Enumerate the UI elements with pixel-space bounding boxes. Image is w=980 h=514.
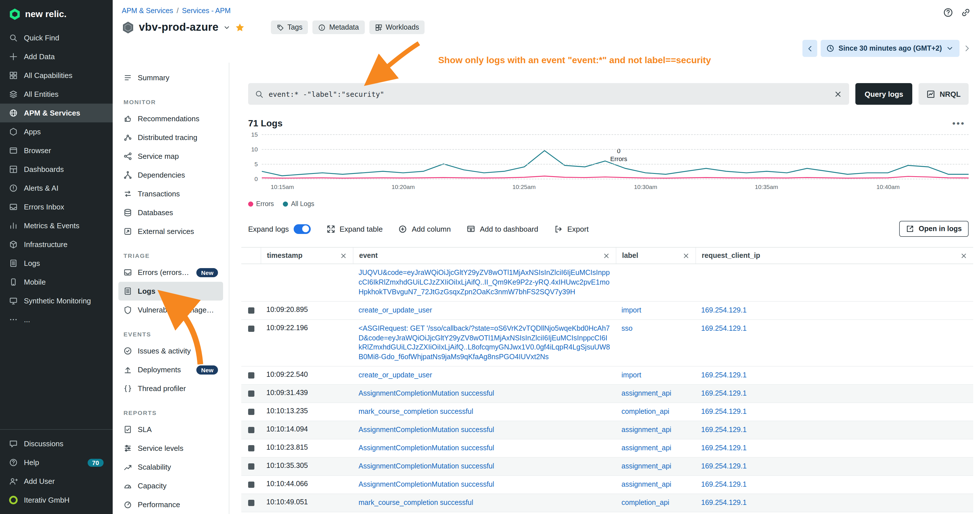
request-client-ip-link[interactable]: 169.254.129.1 <box>701 443 747 453</box>
label-link[interactable]: sso <box>622 324 633 333</box>
label-link[interactable]: completion_api <box>622 407 669 417</box>
entity-nav-item-summary[interactable]: Summary <box>118 68 223 87</box>
table-row[interactable]: 10:09:22.196<ASGIRequest: GET '/sso/call… <box>241 320 973 367</box>
event-link[interactable]: AssignmentCompletionMutation successful <box>358 443 494 453</box>
event-link[interactable]: AssignmentCompletionMutation successful <box>358 461 494 471</box>
table-row[interactable]: 10:09:22.540create_or_update_userimport1… <box>241 367 973 385</box>
request-client-ip-link[interactable]: 169.254.129.1 <box>701 371 747 380</box>
row-checkbox[interactable] <box>248 372 255 379</box>
query-logs-button[interactable]: Query logs <box>855 83 912 105</box>
entity-nav-item-external-services[interactable]: External services <box>118 222 223 241</box>
label-link[interactable]: import <box>622 306 641 315</box>
new-relic-logo[interactable]: new relic. <box>0 0 113 29</box>
request-client-ip-link[interactable]: 169.254.129.1 <box>701 461 747 471</box>
row-checkbox[interactable] <box>248 500 255 506</box>
expand-table-button[interactable]: Expand table <box>326 224 383 233</box>
sidebar-footer-item-iterativ-gmbh[interactable]: Iterativ GmbH <box>0 491 113 509</box>
permalink-icon[interactable] <box>961 7 971 18</box>
open-in-logs-button[interactable]: Open in logs <box>899 221 969 237</box>
event-link[interactable]: <ASGIRequest: GET '/sso/callback/?state=… <box>358 324 610 362</box>
add-column-button[interactable]: Add column <box>399 224 451 233</box>
help-circle-icon[interactable] <box>943 7 953 18</box>
entity-nav-item-issues-activity[interactable]: Issues & activity <box>118 342 223 360</box>
request-client-ip-link[interactable]: 169.254.129.1 <box>701 306 747 315</box>
row-checkbox[interactable] <box>248 409 255 415</box>
sidebar-item-alerts-ai[interactable]: Alerts & AI <box>0 179 113 197</box>
time-back-button[interactable] <box>803 40 818 57</box>
entity-nav-item-errors-errors-inb[interactable]: Errors (errors inb...New <box>118 263 223 282</box>
entity-nav-item-databases[interactable]: Databases <box>118 203 223 222</box>
entity-nav-item-deployments[interactable]: DeploymentsNew <box>118 360 223 379</box>
remove-column-event-icon[interactable] <box>603 252 610 259</box>
sidebar-item-errors-inbox[interactable]: Errors Inbox <box>0 197 113 216</box>
sidebar-item-synthetic-monitoring[interactable]: Synthetic Monitoring <box>0 291 113 310</box>
workloads-button[interactable]: Workloads <box>369 21 425 34</box>
entity-nav-item-logs[interactable]: Logs <box>118 282 223 301</box>
event-link[interactable]: mark_course_completion successful <box>358 498 473 508</box>
row-checkbox[interactable] <box>248 427 255 433</box>
remove-column-request_client_ip-icon[interactable] <box>960 252 967 259</box>
log-search-box[interactable] <box>248 83 849 105</box>
label-link[interactable]: assignment_api <box>622 480 671 490</box>
sidebar-footer-item-help[interactable]: Help70 <box>0 453 113 472</box>
sidebar-item-all-entities[interactable]: All Entities <box>0 85 113 103</box>
breadcrumb-link-services-apm[interactable]: Services - APM <box>182 7 231 15</box>
entity-nav-item-recommendations[interactable]: Recommendations <box>118 109 223 128</box>
time-forward-chevron-icon[interactable] <box>963 45 971 53</box>
metadata-button[interactable]: Metadata <box>313 21 364 34</box>
sidebar-item-apps[interactable]: Apps <box>0 123 113 141</box>
remove-column-label-icon[interactable] <box>682 252 690 259</box>
label-link[interactable]: assignment_api <box>622 443 671 453</box>
sidebar-item-apm-services[interactable]: APM & Services <box>0 103 113 123</box>
table-row[interactable]: 10:10:35.305AssignmentCompletionMutation… <box>241 458 973 476</box>
table-row[interactable]: 10:11:00.311AssignmentCompletionMutation… <box>241 512 973 514</box>
table-row[interactable]: JUQVU&code=eyJraWQiOiJjcGltY29yZV8wOTl1M… <box>241 264 973 301</box>
row-checkbox[interactable] <box>248 463 255 469</box>
sidebar-footer-item-discussions[interactable]: Discussions <box>0 434 113 453</box>
sidebar-footer-item-add-user[interactable]: Add User <box>0 472 113 491</box>
request-client-ip-link[interactable]: 169.254.129.1 <box>701 389 747 398</box>
entity-nav-item-performance[interactable]: Performance <box>118 495 223 514</box>
sidebar-item-browser[interactable]: Browser <box>0 141 113 160</box>
row-checkbox[interactable] <box>248 307 255 313</box>
label-link[interactable]: assignment_api <box>622 389 671 398</box>
row-checkbox[interactable] <box>248 390 255 397</box>
request-client-ip-link[interactable]: 169.254.129.1 <box>701 425 747 435</box>
log-query-input[interactable] <box>269 90 829 98</box>
table-row[interactable]: 10:10:14.094AssignmentCompletionMutation… <box>241 421 973 439</box>
label-link[interactable]: completion_api <box>622 498 669 508</box>
request-client-ip-link[interactable]: 169.254.129.1 <box>701 407 747 417</box>
legend-item-all-logs[interactable]: All Logs <box>283 201 315 207</box>
event-link[interactable]: AssignmentCompletionMutation successful <box>358 389 494 398</box>
entity-nav-item-dependencies[interactable]: Dependencies <box>118 165 223 185</box>
entity-nav-item-thread-profiler[interactable]: Thread profiler <box>118 379 223 398</box>
entity-nav-item-sla[interactable]: SLA <box>118 420 223 439</box>
expand-logs-toggle[interactable] <box>293 224 310 234</box>
title-dropdown-chevron-icon[interactable] <box>223 24 231 31</box>
table-row[interactable]: 10:10:23.815AssignmentCompletionMutation… <box>241 439 973 458</box>
entity-nav-item-service-levels[interactable]: Service levels <box>118 439 223 458</box>
sidebar-item-logs[interactable]: Logs <box>0 254 113 273</box>
table-row[interactable]: 10:09:20.895create_or_update_userimport1… <box>241 301 973 320</box>
add-to-dashboard-button[interactable]: Add to dashboard <box>467 224 538 233</box>
label-link[interactable]: import <box>622 371 641 380</box>
breadcrumb-link-apm-services[interactable]: APM & Services <box>122 7 173 15</box>
request-client-ip-link[interactable]: 169.254.129.1 <box>701 480 747 490</box>
nrql-button[interactable]: NRQL <box>918 83 969 105</box>
sidebar-item-metrics-events[interactable]: Metrics & Events <box>0 216 113 235</box>
sidebar-item-mobile[interactable]: Mobile <box>0 273 113 291</box>
event-link[interactable]: JUQVU&code=eyJraWQiOiJjcGltY29yZV8wOTl1M… <box>358 268 610 297</box>
row-checkbox[interactable] <box>248 482 255 488</box>
more-options-button[interactable]: ••• <box>952 118 965 129</box>
favorite-star-icon[interactable] <box>235 22 245 32</box>
table-row[interactable]: 10:10:49.051mark_course_completion succe… <box>241 494 973 512</box>
row-checkbox[interactable] <box>248 325 255 331</box>
sidebar-item-quick-find[interactable]: Quick Find <box>0 29 113 47</box>
entity-nav-item-capacity[interactable]: Capacity <box>118 476 223 495</box>
sidebar-item-[interactable]: ... <box>0 310 113 329</box>
sidebar-item-add-data[interactable]: Add Data <box>0 47 113 66</box>
clear-query-icon[interactable] <box>834 90 842 98</box>
event-link[interactable]: create_or_update_user <box>358 306 432 315</box>
label-link[interactable]: assignment_api <box>622 461 671 471</box>
sidebar-item-infrastructure[interactable]: Infrastructure <box>0 235 113 254</box>
